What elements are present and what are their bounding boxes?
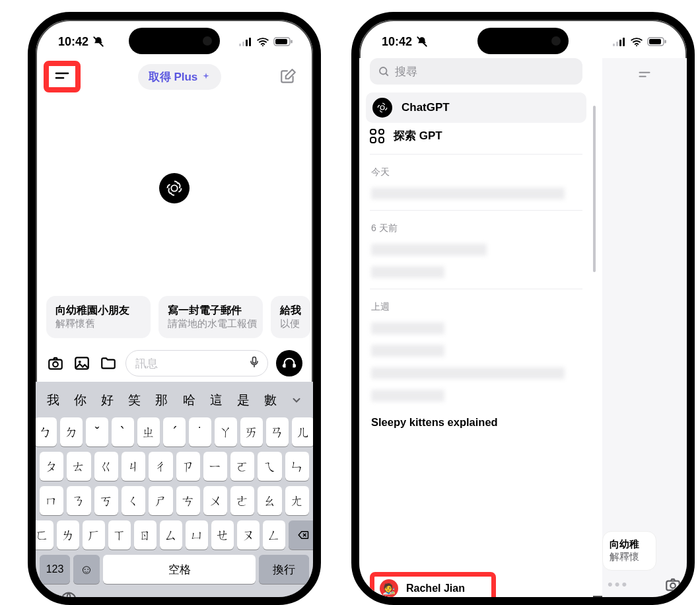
suggestion-card[interactable]: 寫一封電子郵件 請當地的水電工報價	[158, 296, 263, 338]
emoji-key[interactable]: ☺	[73, 555, 100, 584]
svg-point-10	[171, 185, 177, 191]
prediction-key[interactable]: 是	[230, 392, 257, 409]
microphone-icon[interactable]	[248, 355, 261, 372]
keyboard-key[interactable]: ㄛ	[230, 452, 254, 481]
cell-signal-icon	[239, 37, 252, 46]
keyboard-key[interactable]: ㄈ	[31, 520, 53, 550]
keyboard-key[interactable]: ㄎ	[94, 486, 118, 515]
keyboard-key[interactable]: ㄨ	[203, 486, 227, 515]
prediction-key[interactable]: 那	[148, 392, 175, 409]
keyboard-key[interactable]: ㄌ	[57, 520, 79, 550]
prediction-key[interactable]: 數	[257, 392, 284, 409]
svg-point-23	[636, 45, 637, 46]
keyboard-key[interactable]: ˋ	[112, 417, 134, 446]
compose-button[interactable]	[279, 67, 297, 86]
space-key[interactable]: 空格	[103, 555, 256, 584]
keyboard-key[interactable]: ㄖ	[134, 520, 157, 550]
keyboard-key[interactable]: ㄟ	[258, 452, 281, 481]
numbers-key[interactable]: 123	[40, 555, 70, 584]
history-item-redacted[interactable]	[371, 390, 581, 402]
section-header-today: 今天	[359, 160, 593, 182]
keyboard-key[interactable]: ㄏ	[83, 520, 105, 550]
svg-point-33	[380, 106, 384, 110]
phone-left: 10:42 取得 Plus	[28, 12, 321, 605]
keyboard-key[interactable]: ˊ	[163, 417, 186, 446]
keyboard-key[interactable]: ㄚ	[215, 417, 237, 446]
keyboard-key[interactable]: ㄡ	[237, 520, 260, 550]
voice-chat-button[interactable]	[276, 350, 302, 376]
chevron-down-icon[interactable]	[284, 394, 309, 406]
globe-icon[interactable]	[59, 590, 78, 605]
sidebar-drawer: 搜尋 ChatGPT 探索 GPT 今天 6 天前	[359, 58, 593, 597]
keyboard-key[interactable]: ˇ	[86, 417, 108, 446]
keyboard-key[interactable]: ㄜ	[230, 486, 254, 515]
keyboard-key[interactable]: ㄓ	[137, 417, 160, 446]
keyboard-key[interactable]: ˙	[189, 417, 211, 446]
svg-rect-29	[666, 581, 680, 590]
keyboard-key[interactable]: ㄞ	[240, 417, 263, 446]
menu-icon[interactable]	[602, 69, 687, 82]
keyboard-key[interactable]: ㄋ	[67, 486, 90, 515]
keyboard-key[interactable]: ㄠ	[258, 486, 281, 515]
keyboard-key[interactable]: ㄝ	[211, 520, 234, 550]
wifi-icon	[256, 37, 269, 46]
svg-rect-1	[242, 42, 244, 46]
message-input[interactable]: 訊息	[125, 350, 268, 376]
keyboard-key[interactable]: ㄣ	[285, 452, 309, 481]
keyboard-key[interactable]: ㄒ	[108, 520, 131, 550]
profile-button-highlighted[interactable]: 🧑‍🎨 Rachel Jian	[370, 572, 496, 597]
keyboard-key[interactable]: ㄑ	[122, 486, 145, 515]
prediction-key[interactable]: 我	[40, 392, 67, 409]
search-input[interactable]: 搜尋	[370, 58, 582, 85]
keyboard-key[interactable]: ㄍ	[94, 452, 118, 481]
keyboard-key[interactable]: ㄙ	[160, 520, 182, 550]
more-icon[interactable]: •••	[608, 576, 629, 593]
keyboard-key[interactable]: ㄕ	[149, 486, 172, 515]
prediction-key[interactable]: 笑	[121, 392, 148, 409]
keyboard-key[interactable]: ㄤ	[285, 486, 309, 515]
keyboard-key[interactable]: ㄦ	[292, 417, 314, 446]
keyboard-key[interactable]: ㄅ	[34, 417, 57, 446]
sidebar-item-label: 探索 GPT	[394, 128, 442, 143]
sidebar-item-explore-gpt[interactable]: 探索 GPT	[359, 123, 593, 149]
prediction-key[interactable]: 你	[67, 392, 94, 409]
history-item-redacted[interactable]	[371, 244, 581, 256]
suggestion-card[interactable]: 向幼稚園小朋友 解釋懷舊	[46, 296, 151, 338]
history-item-redacted[interactable]	[371, 266, 581, 278]
return-key[interactable]: 換行	[259, 555, 309, 584]
keyboard-key[interactable]: ㄔ	[149, 452, 172, 481]
suggestion-row: 向幼稚園小朋友 解釋懷舊 寫一封電子郵件 請當地的水電工報價 給我 以便	[36, 296, 313, 347]
keyboard-key[interactable]: ㄊ	[67, 452, 90, 481]
prediction-key[interactable]: 哈	[176, 392, 203, 409]
history-item-redacted[interactable]	[371, 367, 581, 379]
delete-key[interactable]	[289, 520, 318, 550]
menu-button-highlighted[interactable]	[44, 61, 81, 92]
history-item-redacted[interactable]	[371, 322, 581, 334]
get-plus-button[interactable]: 取得 Plus	[138, 64, 222, 90]
dynamic-island	[477, 28, 569, 54]
keyboard-key[interactable]: ㄩ	[186, 520, 208, 550]
keyboard-key[interactable]: ㄉ	[60, 417, 83, 446]
silent-icon	[92, 36, 104, 48]
history-item-redacted[interactable]	[371, 188, 581, 199]
keyboard-key[interactable]: ㄘ	[176, 486, 200, 515]
folder-button[interactable]	[99, 354, 118, 373]
keyboard-key[interactable]: ㄗ	[176, 452, 200, 481]
prediction-key[interactable]: 好	[94, 392, 121, 409]
keyboard-key[interactable]: ㄐ	[122, 452, 145, 481]
keyboard-key[interactable]: ㄇ	[40, 486, 63, 515]
keyboard-key[interactable]: ㄥ	[263, 520, 285, 550]
history-item-sleepy-kittens[interactable]: Sleepy kittens explained	[359, 412, 593, 435]
image-button[interactable]	[73, 354, 91, 373]
keyboard-key[interactable]: ㄢ	[266, 417, 289, 446]
history-item-redacted[interactable]	[371, 345, 581, 357]
prediction-key[interactable]: 這	[203, 392, 230, 409]
sidebar-item-chatgpt[interactable]: ChatGPT	[366, 92, 586, 123]
suggestion-card[interactable]: 給我 以便	[271, 296, 310, 338]
keyboard-key[interactable]: ㄆ	[40, 452, 63, 481]
keyboard-key[interactable]: ㄧ	[203, 452, 227, 481]
camera-button[interactable]	[46, 354, 65, 373]
battery-icon	[273, 37, 293, 46]
suggestion-title: 寫一封電子郵件	[168, 304, 254, 318]
svg-rect-22	[623, 38, 625, 46]
